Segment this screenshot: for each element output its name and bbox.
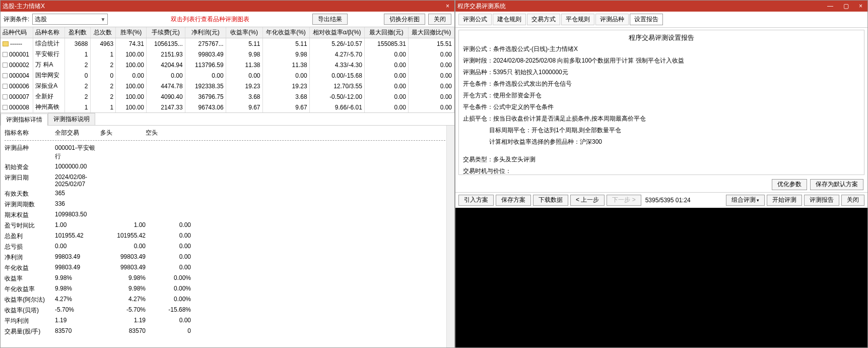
- col-header[interactable]: 盈利数: [64, 27, 90, 38]
- tab-explain[interactable]: 评测指标说明: [48, 113, 95, 125]
- table-row[interactable]: 000002万 科A22100.004204.94113796.5911.381…: [1, 60, 454, 70]
- tab-3[interactable]: 平仓规则: [561, 14, 594, 25]
- report-line: 评测品种：5395只 初始投入1000000元: [463, 67, 860, 78]
- report-line: 平仓条件：公式中定义的平仓条件: [463, 101, 860, 113]
- detail-h2: 多头: [100, 129, 146, 137]
- close-icon[interactable]: ×: [443, 3, 452, 10]
- doc-icon: [3, 63, 8, 68]
- col-header[interactable]: 年化收益率(%): [262, 27, 309, 38]
- col-header[interactable]: 最大回撤比(%): [408, 27, 454, 38]
- detail-row: 交易量(股/手)83570835700: [5, 326, 450, 337]
- doc-icon: [3, 52, 8, 57]
- detail-area: 指标名称 全部交易 多头 空头 评测品种000001-平安银行初始资金10000…: [1, 126, 454, 347]
- detail-row: 评测品种000001-平安银行: [5, 143, 450, 162]
- trade-type: 交易类型：多头及空头评测: [463, 154, 860, 165]
- left-toolbar: 评测条件: 选股 ▼ 双击列表行查看品种评测图表 导出结果 切换分析图 关闭: [1, 12, 454, 27]
- folder-icon: [3, 41, 9, 46]
- chevron-down-icon: ▾: [757, 198, 759, 203]
- col-header[interactable]: 最大回撤(元): [364, 27, 408, 38]
- right-titlebar[interactable]: 程序交易评测系统 — ▢ ×: [455, 1, 867, 12]
- progress-text: 5395/5395 01:24: [643, 197, 693, 204]
- doc-icon: [3, 94, 8, 99]
- report-line: 评测时段：2024/02/08-2025/02/08 向前多取100个数据用于计…: [463, 55, 860, 67]
- table-row[interactable]: 000001平安银行11100.002151.9399803.499.989.9…: [1, 49, 454, 60]
- col-header[interactable]: 胜率(%): [116, 27, 147, 38]
- detail-row: 收益率(阿尔法)4.27%4.27%0.00%: [5, 295, 450, 305]
- next-step-button[interactable]: 下一步 >: [607, 195, 641, 206]
- detail-row: 年化收益率9.98%9.98%0.00%: [5, 284, 450, 295]
- table-row[interactable]: ------综合统计3688496374.311056135...275767.…: [1, 38, 454, 49]
- table-row[interactable]: 000006深振业A22100.004474.78192338.3519.231…: [1, 81, 454, 91]
- report-title: 程序交易评测设置报告: [463, 32, 860, 43]
- trade-time: 交易时机与价位：: [463, 165, 860, 175]
- detail-row: 评测周期数336: [5, 199, 450, 210]
- tab-0[interactable]: 评测公式: [458, 14, 492, 25]
- report-line: 开仓方式：使用全部资金开仓: [463, 90, 860, 101]
- tab-4[interactable]: 评测品种: [595, 14, 629, 25]
- report-line: 评测公式：条件选股公式-(日线)-主力情绪X: [463, 43, 860, 55]
- start-eval-button[interactable]: 开始评测: [767, 195, 802, 206]
- scrollbar[interactable]: [446, 126, 454, 347]
- doc-icon: [3, 105, 8, 110]
- col-header[interactable]: 净利润(元): [185, 27, 226, 38]
- detail-row: 评测日期2024/02/08-2025/02/07: [5, 172, 450, 189]
- detail-row: 期末权益1099803.50: [5, 210, 450, 220]
- import-plan-button[interactable]: 引入方案: [458, 195, 494, 206]
- col-header[interactable]: 手续费(元): [146, 27, 185, 38]
- combo-eval-button[interactable]: 组合评测▾: [726, 195, 765, 206]
- optimize-button[interactable]: 优化参数: [772, 179, 807, 190]
- detail-row: 净利润99803.4999803.490.00: [5, 252, 450, 263]
- save-default-button[interactable]: 保存为默认方案: [810, 179, 863, 190]
- detail-h0: 指标名称: [5, 129, 55, 137]
- close-button-right[interactable]: 关闭: [841, 195, 864, 206]
- results-table: 品种代码品种名称盈利数总次数胜率(%)手续费(元)净利润(元)收益率(%)年化收…: [1, 27, 454, 112]
- report-line: 目标周期平仓：开仓达到1个周期,则全部数量平仓: [463, 125, 860, 136]
- col-header[interactable]: 品种名称: [33, 27, 65, 38]
- detail-row: 盈亏时间比1.001.000.00: [5, 220, 450, 231]
- tab-2[interactable]: 交易方式: [527, 14, 560, 25]
- minimize-icon[interactable]: —: [824, 3, 836, 10]
- detail-row: 总亏损0.000.000.00: [5, 242, 450, 252]
- maximize-icon[interactable]: ▢: [840, 3, 852, 10]
- col-header[interactable]: 总次数: [90, 27, 116, 38]
- close-button-left[interactable]: 关闭: [428, 14, 451, 25]
- switch-chart-button[interactable]: 切换分析图: [384, 14, 425, 25]
- detail-tabs: 评测指标详情 评测指标说明: [1, 113, 454, 126]
- right-title: 程序交易评测系统: [457, 2, 506, 11]
- table-row[interactable]: 000004国华网安000.000.000.000.000.000.00/-15…: [1, 70, 454, 81]
- tab-1[interactable]: 建仓规则: [493, 14, 526, 25]
- detail-row: 收益率9.98%9.98%0.00%: [5, 273, 450, 284]
- col-header[interactable]: 收益率(%): [226, 27, 262, 38]
- close-icon[interactable]: ×: [856, 3, 865, 10]
- export-button[interactable]: 导出结果: [312, 14, 348, 25]
- col-header[interactable]: 相对收益率α/β(%): [309, 27, 364, 38]
- save-plan-button[interactable]: 保存方案: [496, 195, 531, 206]
- hint-text: 双击列表行查看品种评测图表: [111, 15, 309, 24]
- doc-icon: [3, 84, 8, 89]
- eval-report-button[interactable]: 评测报告: [804, 195, 839, 206]
- cond-label: 评测条件:: [4, 15, 29, 24]
- cond-combo[interactable]: 选股 ▼: [32, 14, 108, 25]
- chevron-down-icon: ▼: [100, 17, 105, 22]
- download-data-button[interactable]: 下载数据: [533, 195, 568, 206]
- left-titlebar[interactable]: 选股-主力情绪X ×: [1, 1, 454, 12]
- tab-5[interactable]: 设置报告: [630, 14, 663, 25]
- table-row[interactable]: 000007全新好22100.004090.4036796.753.683.68…: [1, 91, 454, 102]
- detail-row: 有效天数365: [5, 189, 450, 199]
- detail-h3: 空头: [146, 129, 191, 137]
- tab-detail[interactable]: 评测指标详情: [1, 113, 48, 126]
- stock-select-window: 选股-主力情绪X × 评测条件: 选股 ▼ 双击列表行查看品种评测图表 导出结果…: [0, 0, 455, 348]
- report-line: 计算相对收益率选择的参照品种：沪深300: [463, 136, 860, 148]
- detail-row: 总盈利101955.42101955.420.00: [5, 231, 450, 242]
- detail-h1: 全部交易: [55, 129, 100, 137]
- detail-row: 收益率(贝塔)-5.70%-5.70%-15.68%: [5, 305, 450, 316]
- detail-row: 年化收益99803.4999803.490.00: [5, 263, 450, 273]
- report-box: 程序交易评测设置报告 评测公式：条件选股公式-(日线)-主力情绪X评测时段：20…: [458, 30, 864, 175]
- prev-step-button[interactable]: < 上一步: [570, 195, 605, 206]
- col-header[interactable]: 品种代码: [1, 27, 33, 38]
- bottom-bar: 引入方案 保存方案 下载数据 < 上一步 下一步 > 5395/5395 01:…: [455, 192, 867, 208]
- table-row[interactable]: 000008神州高铁11100.002147.3396743.069.679.6…: [1, 102, 454, 112]
- right-tabs: 评测公式建仓规则交易方式平仓规则评测品种设置报告: [455, 12, 867, 28]
- black-area: [455, 208, 867, 348]
- left-title: 选股-主力情绪X: [3, 2, 45, 11]
